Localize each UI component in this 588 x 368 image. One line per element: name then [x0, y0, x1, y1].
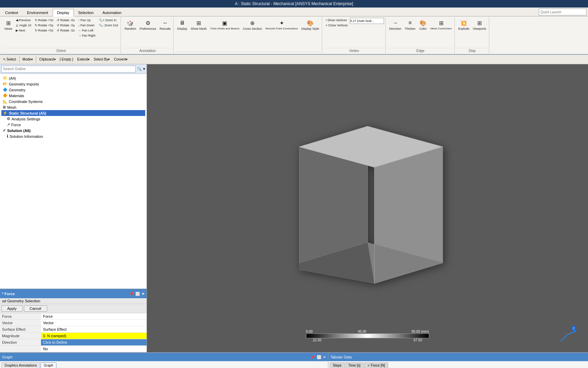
tab-display[interactable]: Display: [53, 9, 74, 16]
rotate-sz-button[interactable]: ↻ Rotate +Sz: [33, 28, 55, 33]
props-value-direction[interactable]: Click to Define: [41, 339, 147, 346]
close-icon[interactable]: ✕: [141, 292, 145, 296]
tree-item-geometry-imports[interactable]: 📂 Geometry Imports: [1, 81, 145, 87]
scale-bar-bottom-labels: 22.50 67.50: [306, 338, 429, 342]
close-vertices-button[interactable]: × Close Vertices: [324, 23, 349, 28]
tab-context[interactable]: Context: [1, 9, 23, 16]
quick-launch-input[interactable]: [539, 9, 587, 15]
pin-icon[interactable]: 📌: [129, 292, 134, 296]
direction-label: Direction: [389, 27, 401, 30]
props-value-force[interactable]: Force: [41, 313, 147, 320]
tab-automation[interactable]: Automation: [98, 9, 126, 16]
outline-header: 🔍 ▾: [0, 64, 147, 74]
props-row-surface: Surface Effect Surface Effect: [0, 326, 147, 333]
empty-button[interactable]: [ Empty ]: [58, 56, 75, 62]
tree-item-static-structural[interactable]: ⚡ Static Structural (A5): [1, 110, 145, 116]
pan-left-button[interactable]: ← Pan Left: [77, 28, 97, 33]
viewport[interactable]: 0.00 45.00 90.00 (mm) 22.50 67.50 Z: [147, 64, 588, 352]
main-area: 🔍 ▾ 📁 (A4) 📂 Geometry Imports 🔷 Geometry…: [0, 64, 588, 352]
display-icon: 🖥: [178, 19, 186, 27]
zoom-in-button[interactable]: 🔍+ Zoom In: [97, 18, 119, 23]
color-button[interactable]: 🎨 Color: [418, 18, 428, 31]
col-steps[interactable]: Steps: [330, 363, 345, 368]
tree-item-coord-systems[interactable]: 📐 Coordinate Systems: [1, 98, 145, 104]
mode-button[interactable]: Mode▾: [21, 56, 35, 62]
angle-button[interactable]: ∠ Angle 10: [14, 23, 33, 28]
apply-button[interactable]: Apply: [1, 305, 23, 312]
views-icon: ⊞: [4, 19, 12, 27]
rotate-neg-sz-button[interactable]: ↺ Rotate -Sz: [55, 28, 76, 33]
tree-item-solution-a6[interactable]: ✓ Solution (A6): [1, 128, 145, 133]
thick-shells-button[interactable]: ▣ Thick Shells and Beams: [209, 18, 241, 31]
props-table: Force Force Vector Vector Surface Effect…: [0, 313, 147, 352]
ribbon-tabs: Context Environment Display Selection Au…: [0, 8, 588, 16]
clipboard-label: Clipboard▾: [39, 57, 56, 61]
graph-pin-icon[interactable]: 📌: [311, 355, 315, 359]
props-value-vector[interactable]: Vector: [41, 320, 147, 326]
prev-button[interactable]: ◀ Previous: [14, 18, 33, 23]
color-icon: 🎨: [419, 19, 427, 27]
props-row-magnitude: Magnitude 0. N (ramped): [0, 333, 147, 339]
outline-search-input[interactable]: [1, 66, 136, 73]
annotation-buttons: 🎲 Random ⚙ Preferences ↔ Rescale: [123, 18, 172, 47]
col-force[interactable]: ✓ Force [N]: [364, 363, 388, 368]
tree-item-analysis-settings[interactable]: ⚙ Analysis Settings: [1, 116, 145, 122]
scale-bar-top-labels: 0.00 45.00 90.00 (mm): [306, 330, 429, 333]
next-icon: ▶: [16, 29, 18, 32]
explode-button[interactable]: 💥 Explode: [457, 18, 471, 31]
rotate-sx-button[interactable]: ↻ Rotate +Sx: [33, 18, 55, 23]
tab-graphics-annotations[interactable]: Graphics Annotations: [1, 363, 40, 368]
random-button[interactable]: 🎲 Random: [123, 18, 137, 31]
next-button[interactable]: ▶ Next: [14, 28, 33, 33]
orient-buttons: ⊞ Views ◀ Previous ∠ Angle 10 ▶ Next: [3, 18, 119, 47]
display-button[interactable]: 🖥 Display: [176, 18, 189, 31]
graph-max-icon[interactable]: ⬜: [317, 355, 322, 359]
outline-dropdown-icon[interactable]: ▾: [143, 67, 145, 71]
pan-right-button[interactable]: → Pan Right: [77, 33, 97, 38]
rotate-sy-button[interactable]: ↻ Rotate +Sy: [33, 23, 55, 28]
preferences-button[interactable]: ⚙ Preferences: [138, 18, 158, 31]
pan-down-button[interactable]: ↓ Pan Down: [77, 23, 97, 28]
tab-environment[interactable]: Environment: [23, 9, 53, 16]
tree-item-project-a4[interactable]: 📁 (A4): [1, 75, 145, 81]
tree-item-geometry[interactable]: 🔷 Geometry: [1, 87, 145, 93]
graph-close-icon[interactable]: ✕: [323, 355, 326, 359]
axis-indicator: Z: [557, 324, 578, 345]
pan-up-button[interactable]: ↑ Pan Up: [77, 18, 97, 23]
extend-button[interactable]: Extend▾: [76, 56, 91, 62]
rescale-button[interactable]: ↔ Rescale: [158, 18, 172, 31]
tab-selection[interactable]: Selection: [74, 9, 98, 16]
select-button[interactable]: ↖ Select: [1, 56, 18, 62]
title-bar: A : Static Structural - Mechanical [ANSY…: [0, 0, 588, 8]
cancel-button[interactable]: Cancel: [24, 305, 47, 312]
tree-item-force[interactable]: ↗ Force: [1, 122, 145, 128]
show-vertices-button[interactable]: • Show Vertices: [324, 18, 349, 23]
convert-button[interactable]: Convert▾: [112, 56, 129, 62]
direction-button[interactable]: → Direction: [388, 18, 403, 31]
display-style-button[interactable]: 🎨 Display Style: [300, 18, 320, 31]
props-value-magnitude[interactable]: 0. N (ramped): [41, 333, 147, 339]
col-time[interactable]: Time [s]: [345, 363, 364, 368]
cross-section-button[interactable]: ⊕ Cross Section: [242, 18, 263, 31]
views-button[interactable]: ⊞ Views: [3, 18, 14, 31]
mesh-connection-button[interactable]: ⊞ Mesh Connection: [429, 18, 453, 31]
tree-item-mesh[interactable]: ⊞ Mesh: [1, 104, 145, 110]
thicken-button[interactable]: ≡ Thicken: [403, 18, 417, 31]
graph-header: Graph 📌 ⬜ ✕: [0, 353, 328, 361]
rotate-neg-sy-button[interactable]: ↺ Rotate -Sy: [55, 23, 76, 28]
viewports-button[interactable]: ⊞ Viewports: [471, 18, 488, 31]
tree-item-materials[interactable]: 🔶 Materials: [1, 93, 145, 98]
show-mesh-label: Show Mesh: [191, 27, 207, 30]
props-value-surface[interactable]: Surface Effect: [41, 326, 147, 333]
select-by-button[interactable]: Select By▾: [92, 56, 111, 62]
zoom-out-button[interactable]: 🔍- Zoom Out: [97, 23, 119, 28]
tab-graph[interactable]: Graph: [41, 363, 56, 368]
clipboard-button[interactable]: Clipboard▾: [38, 56, 57, 62]
remote-point-button[interactable]: ✦ Remote Point Connections: [264, 18, 299, 31]
show-mesh-button[interactable]: ⊞ Show Mesh: [189, 18, 208, 31]
maximize-icon[interactable]: ⬜: [135, 292, 140, 296]
vertex-scale-input[interactable]: [350, 18, 384, 24]
rotate-neg-sx-button[interactable]: ↺ Rotate -Sx: [55, 18, 76, 23]
tree-item-solution-info[interactable]: ℹ Solution Information: [1, 133, 145, 139]
props-value-no[interactable]: No: [41, 346, 147, 352]
